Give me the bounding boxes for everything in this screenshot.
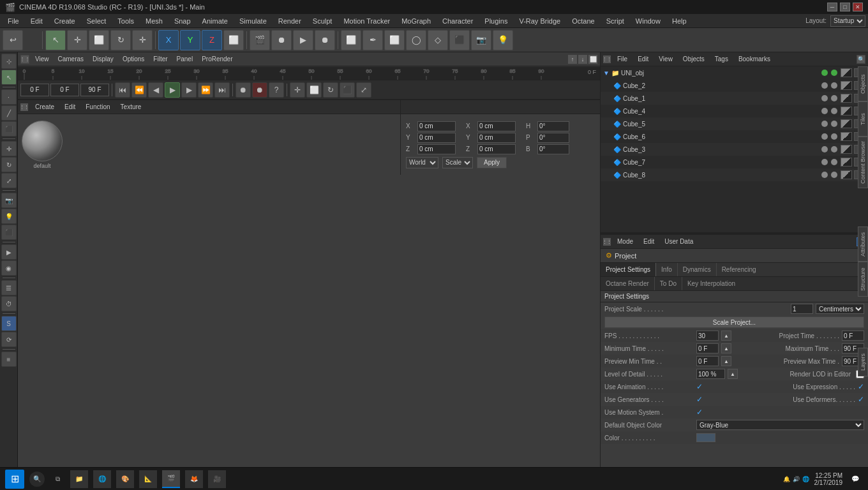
anim-record-btn[interactable]: ⏺ (236, 82, 251, 98)
lt-select[interactable]: ↖ (1, 70, 17, 85)
obj-bookmarks-tab[interactable]: Bookmarks (735, 53, 774, 66)
fps-stepper[interactable]: ▲ (721, 330, 731, 341)
menu-help[interactable]: Help (667, 15, 692, 27)
grid-btn[interactable]: ⬛ (449, 30, 470, 50)
lt-edges[interactable]: ╱ (1, 105, 17, 121)
rot-h-input[interactable] (537, 121, 569, 131)
obj-root-row[interactable]: ▼ 📁 UNI_obj (601, 66, 868, 79)
anim-prev-btn[interactable]: ◀ (148, 82, 163, 98)
def-color-dropdown[interactable]: Gray-Blue (696, 420, 864, 430)
lt-layers[interactable]: ☰ (1, 280, 17, 295)
menu-octane[interactable]: Octane (567, 15, 599, 27)
scale-dropdown[interactable]: Scale (442, 157, 473, 168)
record-btn[interactable]: ⏺ (315, 30, 335, 50)
vp-panel-tab[interactable]: Panel (174, 53, 197, 66)
tab-dynamics[interactable]: Dynamics (678, 263, 717, 276)
anim-expand-btn[interactable]: ⤢ (356, 82, 371, 98)
taskbar-app-7[interactable]: 🎥 (208, 470, 226, 488)
obj-panel-dots[interactable]: ⋮⋮ (603, 56, 611, 63)
obj-cube7-row[interactable]: 🔷 Cube_7 (601, 156, 868, 168)
anim-move-key-btn[interactable]: ✛ (290, 82, 305, 98)
mat-texture[interactable]: Texture (117, 101, 145, 114)
taskbar-app-3[interactable]: 🎨 (116, 470, 134, 488)
scale-project-btn[interactable]: Scale Project... (604, 316, 864, 328)
tab-todo[interactable]: To Do (655, 277, 682, 290)
layout-dropdown[interactable]: Startup (830, 15, 865, 27)
minimize-btn[interactable]: ─ (827, 3, 837, 11)
vp-view-tab[interactable]: View (32, 53, 52, 66)
anim-autokey-btn[interactable]: ⏺ (252, 82, 267, 98)
obj-cube4-row[interactable]: 🔷 Cube_4 (601, 105, 868, 117)
mintime-input[interactable] (696, 343, 719, 353)
taskbar-app-1[interactable]: 📁 (70, 470, 88, 488)
obj-tags-tab[interactable]: Tags (711, 53, 732, 66)
lt-polys[interactable]: ⬛ (1, 121, 17, 137)
props-dots[interactable]: ⋮⋮ (603, 238, 611, 246)
menu-create[interactable]: Create (49, 15, 80, 27)
move-tool-btn[interactable]: ✛ (67, 30, 87, 50)
timeline-btn[interactable]: 🎬 (250, 30, 270, 50)
taskbar-app-5[interactable]: 🎬 (162, 470, 180, 488)
obj-view-tab[interactable]: View (655, 53, 677, 66)
lt-render[interactable]: ▶ (1, 244, 17, 260)
scale-y-input[interactable] (477, 133, 516, 143)
box-btn[interactable]: ⬜ (341, 30, 361, 50)
pos-x-input[interactable] (417, 121, 456, 131)
menu-simulate[interactable]: Simulate (234, 15, 272, 27)
fps-input[interactable] (696, 330, 719, 341)
vp-filter-tab[interactable]: Filter (150, 53, 170, 66)
vert-tab-structure[interactable]: Structure (858, 262, 868, 297)
prevmintime-input[interactable] (696, 356, 719, 366)
x-axis-btn[interactable]: X (158, 30, 179, 50)
obj-file-tab[interactable]: File (613, 53, 631, 66)
vert-tab-tiles[interactable]: Tiles (858, 101, 868, 137)
anim-prev-key-btn[interactable]: ⏪ (131, 82, 147, 98)
props-edit-tab[interactable]: Edit (640, 235, 658, 248)
pos-z-input[interactable] (417, 144, 456, 154)
menu-character[interactable]: Character (437, 15, 478, 27)
lt-layers2[interactable]: ≡ (1, 352, 17, 367)
menu-edit[interactable]: Edit (26, 15, 48, 27)
undo-btn[interactable]: ↩ (3, 30, 23, 50)
objects-list[interactable]: ▼ 📁 UNI_obj 🔷 Cube_2 (601, 66, 868, 232)
anim-next-key-btn[interactable]: ⏩ (198, 82, 213, 98)
menu-sculpt[interactable]: Sculpt (308, 15, 338, 27)
obj-search-icon[interactable]: 🔍 (857, 55, 865, 64)
lt-rotate[interactable]: ↻ (1, 157, 17, 172)
tab-info[interactable]: Info (656, 263, 678, 276)
obj-edit-tab[interactable]: Edit (634, 53, 652, 66)
obj-cube3-row[interactable]: 🔷 Cube_3 (601, 143, 868, 156)
scale-z-input[interactable] (477, 144, 516, 154)
menu-vray[interactable]: V-Ray Bridge (514, 15, 565, 27)
obj-tool-btn[interactable]: ⬜ (89, 30, 109, 50)
taskbar-search[interactable]: 🔍 (29, 471, 45, 487)
lt-camera[interactable]: 📷 (1, 193, 17, 208)
project-scale-unit[interactable]: Centimeters (816, 304, 864, 314)
props-userdata-tab[interactable]: User Data (661, 235, 697, 248)
mat-dots[interactable]: ⋮⋮ (20, 103, 28, 111)
lod-stepper[interactable]: ▲ (728, 369, 738, 379)
anim-track-btn[interactable]: ⬛ (340, 82, 355, 98)
lt-icon1[interactable]: S (1, 316, 17, 331)
material-item[interactable]: default (22, 121, 63, 169)
color-swatch[interactable] (696, 433, 715, 442)
lt-mat[interactable]: ◉ (1, 260, 17, 276)
anim-play-btn[interactable]: ▶ (165, 82, 180, 98)
lt-light[interactable]: 💡 (1, 209, 17, 224)
viewport-dots-btn[interactable]: ⋮⋮ (20, 55, 29, 64)
tab-octane-render[interactable]: Octane Render (601, 277, 655, 290)
lt-transform[interactable]: ⊹ (1, 54, 17, 69)
vp-nav-btn1[interactable]: ↑ (568, 55, 577, 64)
anim-help-btn[interactable]: ? (269, 82, 284, 98)
anim-box2-btn[interactable]: ⬜ (306, 82, 322, 98)
vert-tab-content-browser[interactable]: Content Browser (858, 137, 868, 188)
rot-b-input[interactable] (537, 144, 569, 154)
menu-animate[interactable]: Animate (197, 15, 233, 27)
vp-cameras-tab[interactable]: Cameras (55, 53, 87, 66)
vp-nav-btn3[interactable]: ⬜ (588, 55, 597, 64)
tab-referencing[interactable]: Referencing (717, 263, 761, 276)
taskbar-app-4[interactable]: 📐 (139, 470, 157, 488)
menu-select[interactable]: Select (82, 15, 112, 27)
anim-next-btn[interactable]: ▶ (181, 82, 197, 98)
obj-cube5-row[interactable]: 🔷 Cube_5 (601, 117, 868, 130)
